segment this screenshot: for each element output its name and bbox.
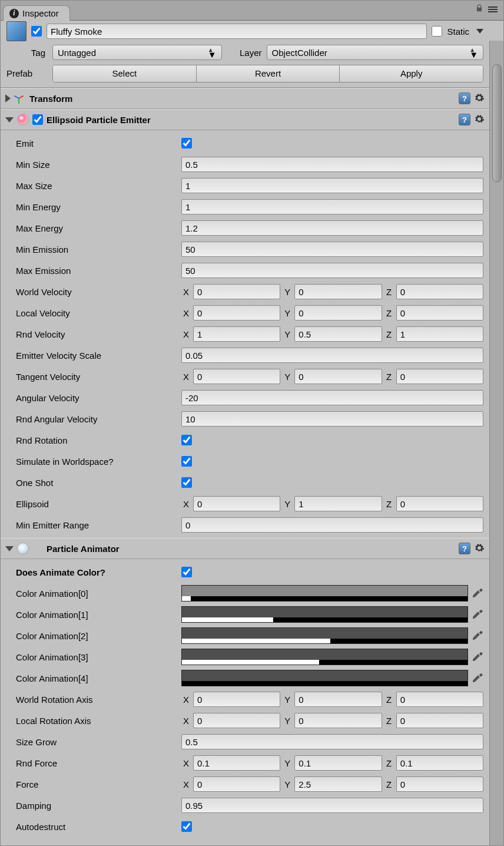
color-animation-2[interactable] bbox=[181, 627, 468, 644]
world-rotation-axis-z[interactable] bbox=[396, 692, 483, 707]
rnd-force-x[interactable] bbox=[193, 755, 280, 771]
eyedropper-icon[interactable] bbox=[472, 650, 483, 664]
scrollbar-track[interactable] bbox=[489, 41, 503, 845]
color-animation-3[interactable] bbox=[181, 649, 468, 665]
static-dropdown-icon[interactable] bbox=[476, 29, 483, 34]
world-velocity-x[interactable] bbox=[193, 284, 280, 299]
property-label: World Velocity bbox=[16, 287, 178, 297]
rnd-force-z[interactable] bbox=[396, 755, 483, 771]
layer-dropdown[interactable]: ObjectCollider ▲▼ bbox=[267, 45, 483, 60]
min-energy-field[interactable] bbox=[181, 199, 483, 214]
transform-foldout[interactable] bbox=[5, 94, 11, 103]
local-velocity-y[interactable] bbox=[294, 305, 382, 320]
force-z[interactable] bbox=[396, 776, 483, 792]
help-icon[interactable]: ? bbox=[459, 92, 470, 104]
force-x[interactable] bbox=[193, 776, 280, 792]
property-label: Max Size bbox=[16, 181, 178, 191]
world-velocity-y[interactable] bbox=[294, 284, 382, 299]
autodestruct-checkbox[interactable] bbox=[181, 821, 192, 832]
damping-field[interactable] bbox=[181, 798, 483, 813]
inspector-tab[interactable]: i Inspector bbox=[3, 5, 70, 21]
gear-icon[interactable] bbox=[474, 543, 485, 555]
rnd-velocity-z[interactable] bbox=[396, 326, 483, 342]
one-shot-checkbox[interactable] bbox=[181, 477, 192, 488]
gear-icon[interactable] bbox=[474, 114, 485, 126]
property-label: One Shot bbox=[16, 478, 178, 488]
eyedropper-icon[interactable] bbox=[472, 608, 483, 622]
min-emission-field[interactable] bbox=[181, 242, 483, 257]
rnd-velocity-y[interactable] bbox=[294, 326, 382, 342]
property-label: Angular Velocity bbox=[16, 393, 178, 403]
eyedropper-icon[interactable] bbox=[472, 587, 483, 600]
tangent-velocity-x[interactable] bbox=[193, 369, 280, 384]
emitter-foldout[interactable] bbox=[5, 117, 14, 123]
name-field[interactable] bbox=[47, 24, 427, 39]
min-emitter-range-field[interactable] bbox=[181, 517, 483, 533]
prefab-select-button[interactable]: Select bbox=[53, 65, 197, 82]
color-animation-1[interactable] bbox=[181, 606, 468, 623]
property-label: Max Energy bbox=[16, 223, 178, 233]
max-energy-field[interactable] bbox=[181, 220, 483, 236]
ellipsoid-x[interactable] bbox=[193, 496, 280, 511]
active-checkbox[interactable] bbox=[31, 26, 42, 37]
emitter-enabled-checkbox[interactable] bbox=[32, 114, 43, 125]
world-rotation-axis-x[interactable] bbox=[193, 692, 280, 707]
local-velocity-x[interactable] bbox=[193, 305, 280, 320]
rnd-force-y[interactable] bbox=[294, 755, 382, 771]
rnd-angular-velocity-field[interactable] bbox=[181, 411, 483, 427]
force-y[interactable] bbox=[294, 776, 382, 792]
eyedropper-icon[interactable] bbox=[472, 629, 483, 643]
local-velocity-z[interactable] bbox=[396, 305, 483, 320]
does-animate-color-checkbox[interactable] bbox=[181, 567, 192, 577]
emit-checkbox[interactable] bbox=[181, 138, 192, 148]
tangent-velocity-y[interactable] bbox=[294, 369, 382, 384]
axis-label: Z bbox=[384, 329, 394, 339]
local-rotation-axis-x[interactable] bbox=[193, 713, 280, 728]
tangent-velocity-z[interactable] bbox=[396, 369, 483, 384]
help-icon[interactable]: ? bbox=[459, 543, 470, 554]
static-checkbox[interactable] bbox=[432, 26, 442, 37]
local-rotation-axis-z[interactable] bbox=[396, 713, 483, 728]
animator-foldout[interactable] bbox=[5, 546, 14, 551]
axis-label: Z bbox=[384, 372, 394, 382]
property-label: World Rotation Axis bbox=[16, 695, 178, 705]
emitter-velocity-scale-field[interactable] bbox=[181, 348, 483, 363]
help-icon[interactable]: ? bbox=[459, 114, 470, 125]
world-rotation-axis-y[interactable] bbox=[294, 692, 382, 707]
gear-icon[interactable] bbox=[474, 92, 485, 105]
panel-menu-icon[interactable] bbox=[488, 5, 498, 14]
prefab-apply-button[interactable]: Apply bbox=[340, 65, 483, 82]
max-size-field[interactable] bbox=[181, 178, 483, 193]
axis-label: Y bbox=[283, 287, 292, 297]
property-label: Emit bbox=[16, 138, 178, 148]
particle-emitter-icon bbox=[17, 114, 29, 125]
world-velocity-z[interactable] bbox=[396, 284, 483, 299]
property-label: Color Animation[0] bbox=[16, 589, 178, 599]
axis-label: Z bbox=[384, 499, 394, 509]
rnd-rotation-checkbox[interactable] bbox=[181, 435, 192, 445]
axis-label: Y bbox=[283, 372, 292, 382]
color-animation-0[interactable] bbox=[181, 585, 468, 602]
rnd-velocity-x[interactable] bbox=[193, 326, 280, 342]
ellipsoid-y[interactable] bbox=[294, 496, 382, 511]
property-label: Color Animation[1] bbox=[16, 610, 178, 620]
tag-dropdown[interactable]: Untagged ▲▼ bbox=[52, 45, 222, 60]
angular-velocity-field[interactable] bbox=[181, 390, 483, 405]
property-label: Rnd Velocity bbox=[16, 329, 178, 339]
property-label: Force bbox=[16, 779, 178, 789]
local-rotation-axis-y[interactable] bbox=[294, 713, 382, 728]
color-animation-4[interactable] bbox=[181, 670, 468, 686]
min-size-field[interactable] bbox=[181, 157, 483, 172]
axis-label: X bbox=[181, 287, 191, 297]
prefab-revert-button[interactable]: Revert bbox=[197, 65, 340, 82]
lock-icon[interactable] bbox=[475, 4, 483, 14]
scrollbar-thumb[interactable] bbox=[492, 64, 502, 182]
emitter-title: Ellipsoid Particle Emitter bbox=[47, 115, 455, 125]
property-label: Min Energy bbox=[16, 202, 178, 212]
simulate-worldspace-checkbox[interactable] bbox=[181, 456, 192, 467]
ellipsoid-z[interactable] bbox=[396, 496, 483, 511]
eyedropper-icon[interactable] bbox=[472, 672, 483, 685]
property-label: Color Animation[2] bbox=[16, 631, 178, 641]
max-emission-field[interactable] bbox=[181, 263, 483, 278]
size-grow-field[interactable] bbox=[181, 734, 483, 749]
